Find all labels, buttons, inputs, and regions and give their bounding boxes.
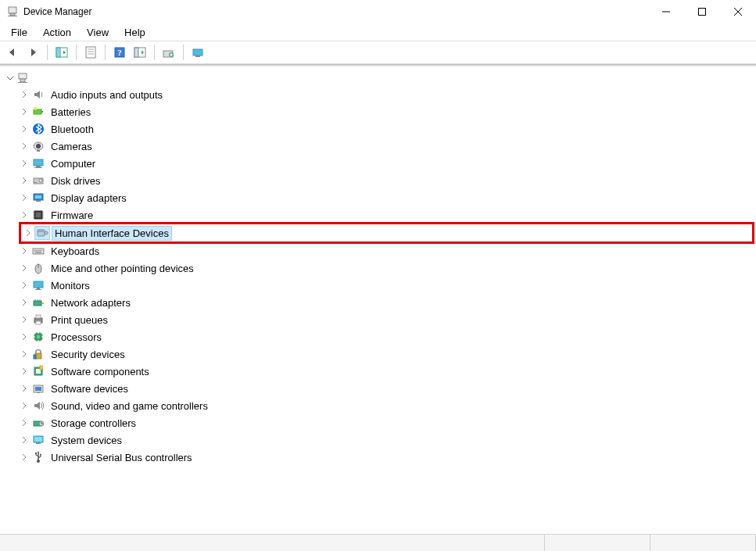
chevron-right-icon[interactable] — [19, 331, 30, 342]
chevron-right-icon[interactable] — [19, 349, 30, 360]
chevron-right-icon[interactable] — [19, 400, 30, 411]
chevron-right-icon[interactable] — [23, 227, 34, 238]
svg-rect-49 — [38, 231, 44, 232]
firmware-icon — [31, 209, 45, 221]
menu-file[interactable]: File — [3, 25, 35, 40]
display-adapter-icon — [31, 191, 45, 204]
tree-item[interactable]: Disk drives — [19, 172, 754, 189]
tree-item[interactable]: Keyboards — [19, 242, 754, 259]
speaker-icon — [31, 88, 45, 101]
keyboard-icon — [31, 245, 45, 257]
chevron-right-icon[interactable] — [19, 366, 30, 377]
tree-item[interactable]: Human Interface Devices — [23, 225, 751, 241]
chevron-right-icon[interactable] — [19, 383, 30, 394]
tree-item[interactable]: Sound, video and game controllers — [19, 397, 754, 414]
chevron-right-icon[interactable] — [19, 263, 30, 274]
chevron-right-icon[interactable] — [19, 158, 30, 169]
back-button[interactable] — [3, 43, 22, 62]
forward-button[interactable] — [23, 43, 42, 62]
properties-button[interactable] — [81, 43, 100, 62]
tree-item-label: Storage controllers — [48, 417, 138, 430]
close-button[interactable] — [720, 0, 756, 23]
svg-point-26 — [34, 107, 37, 110]
maximize-button[interactable] — [684, 0, 720, 23]
svg-text:?: ? — [117, 48, 122, 57]
chevron-right-icon[interactable] — [19, 192, 30, 203]
tree-item[interactable]: Software devices — [19, 380, 754, 397]
computer-icon — [31, 157, 45, 170]
tree-item-label: Disk drives — [48, 174, 103, 188]
chevron-right-icon[interactable] — [19, 123, 30, 134]
svg-rect-32 — [36, 166, 41, 167]
chevron-right-icon[interactable] — [19, 106, 30, 117]
chevron-right-icon[interactable] — [19, 297, 30, 308]
chevron-right-icon[interactable] — [19, 452, 30, 463]
tree-item[interactable]: Mice and other pointing devices — [19, 259, 754, 277]
help-button[interactable]: ? — [110, 43, 129, 62]
tree-item[interactable]: Network adapters — [19, 294, 754, 311]
network-icon — [31, 296, 45, 309]
tree-item[interactable]: Storage controllers — [19, 414, 754, 431]
titlebar: Device Manager — [0, 0, 756, 23]
tree-item[interactable]: Print queues — [19, 311, 754, 328]
window-title: Device Manager — [23, 6, 648, 17]
chevron-right-icon[interactable] — [19, 89, 30, 100]
menu-action[interactable]: Action — [35, 25, 79, 40]
tree-item-label: Audio inputs and outputs — [48, 88, 165, 102]
mouse-icon — [31, 262, 45, 274]
expander-icon[interactable] — [5, 73, 16, 84]
tree-item[interactable]: Display adapters — [19, 189, 754, 206]
svg-rect-52 — [34, 250, 36, 252]
window-controls — [648, 0, 756, 23]
uninstall-device-button[interactable] — [188, 43, 207, 62]
svg-rect-4 — [699, 9, 706, 16]
tree-item[interactable]: Computer — [19, 155, 754, 172]
svg-rect-61 — [35, 289, 41, 290]
tree-item-label: Software devices — [48, 382, 131, 395]
scan-hardware-button[interactable] — [131, 43, 149, 62]
menu-view[interactable]: View — [79, 25, 116, 40]
tree-item[interactable]: System devices — [19, 431, 754, 449]
tree-item[interactable]: Audio inputs and outputs — [19, 86, 754, 103]
chevron-right-icon[interactable] — [19, 245, 30, 256]
tree-root[interactable] — [2, 70, 754, 86]
chevron-right-icon[interactable] — [19, 175, 30, 186]
tree-item[interactable]: Processors — [19, 328, 754, 345]
svg-rect-54 — [38, 250, 40, 252]
device-tree[interactable]: Audio inputs and outputsBatteriesBluetoo… — [0, 67, 756, 534]
toolbar-separator — [105, 45, 106, 60]
chevron-right-icon[interactable] — [19, 141, 30, 152]
menu-help[interactable]: Help — [116, 25, 153, 40]
svg-rect-95 — [35, 453, 37, 454]
tree-item[interactable]: Cameras — [19, 138, 754, 155]
svg-rect-20 — [195, 55, 200, 57]
show-hide-console-button[interactable] — [52, 43, 71, 62]
svg-rect-39 — [36, 200, 41, 202]
tree-item-label: System devices — [48, 434, 124, 447]
tree-item[interactable]: Monitors — [19, 277, 754, 294]
tree-item[interactable]: Software components — [19, 363, 754, 380]
svg-rect-84 — [40, 366, 42, 370]
chevron-right-icon[interactable] — [19, 280, 30, 291]
chevron-right-icon[interactable] — [19, 417, 30, 428]
tree-item[interactable]: Batteries — [19, 103, 754, 120]
chevron-right-icon[interactable] — [19, 209, 30, 220]
chevron-right-icon[interactable] — [19, 314, 30, 325]
update-driver-button[interactable] — [159, 43, 178, 62]
svg-rect-36 — [34, 182, 37, 183]
camera-icon — [31, 140, 45, 152]
svg-rect-68 — [36, 315, 41, 318]
chevron-right-icon[interactable] — [19, 435, 30, 445]
svg-rect-60 — [37, 288, 40, 289]
toolbar-separator — [183, 45, 184, 60]
tree-item[interactable]: Security devices — [19, 345, 754, 363]
tree-item[interactable]: Firmware — [19, 206, 754, 224]
tree-item[interactable]: Universal Serial Bus controllers — [19, 449, 754, 466]
tree-item-label: Print queues — [48, 313, 110, 327]
computer-root-icon — [16, 72, 30, 84]
tree-item[interactable]: Bluetooth — [19, 120, 754, 138]
minimize-button[interactable] — [648, 0, 684, 23]
statusbar-pane — [0, 535, 545, 551]
app-icon — [6, 5, 19, 18]
svg-rect-71 — [37, 335, 40, 338]
